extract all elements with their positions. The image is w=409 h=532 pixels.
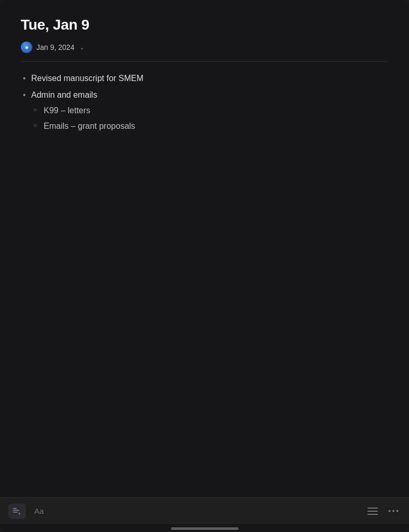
sub-list-item: Emails – grant proposals (31, 120, 388, 132)
format-lines-button[interactable] (365, 504, 380, 518)
svg-rect-6 (367, 511, 378, 512)
svg-rect-3 (19, 513, 20, 515)
svg-rect-1 (13, 510, 19, 511)
bottom-toolbar (0, 497, 409, 524)
sub-list-item-text: Emails – grant proposals (44, 122, 135, 130)
list-item-text: Revised manuscript for SMEM (31, 74, 143, 83)
page-title: Tue, Jan 9 (21, 17, 388, 33)
sub-list: K99 – letters Emails – grant proposals (31, 104, 388, 132)
chevron-down-icon: ⌄ (80, 44, 84, 51)
calendar-icon (21, 42, 32, 53)
add-format-button[interactable] (8, 503, 26, 519)
svg-rect-7 (367, 514, 378, 515)
date-selector[interactable]: Jan 9, 2024 ⌄ (21, 42, 388, 62)
sub-list-item-text: K99 – letters (44, 106, 90, 115)
list-item: Admin and emails K99 – letters Emails – … (21, 89, 388, 132)
svg-rect-5 (367, 508, 378, 509)
more-options-button[interactable] (386, 504, 401, 518)
sub-list-item: K99 – letters (31, 104, 388, 117)
svg-rect-0 (13, 508, 17, 509)
list-item: Revised manuscript for SMEM (21, 72, 388, 85)
calendar-dot (25, 46, 28, 49)
main-content: Tue, Jan 9 Jan 9, 2024 ⌄ Revised manuscr… (0, 0, 409, 497)
svg-rect-2 (13, 512, 18, 513)
list-item-text: Admin and emails (31, 90, 97, 99)
svg-point-9 (392, 510, 394, 512)
svg-rect-4 (18, 513, 19, 514)
date-label: Jan 9, 2024 (36, 43, 74, 51)
svg-point-8 (389, 510, 391, 512)
svg-point-10 (397, 510, 399, 512)
app-container: Tue, Jan 9 Jan 9, 2024 ⌄ Revised manuscr… (0, 0, 409, 532)
home-indicator (171, 527, 239, 530)
toolbar-right (365, 504, 401, 518)
note-input[interactable] (30, 507, 361, 515)
notes-list: Revised manuscript for SMEM Admin and em… (21, 72, 388, 132)
